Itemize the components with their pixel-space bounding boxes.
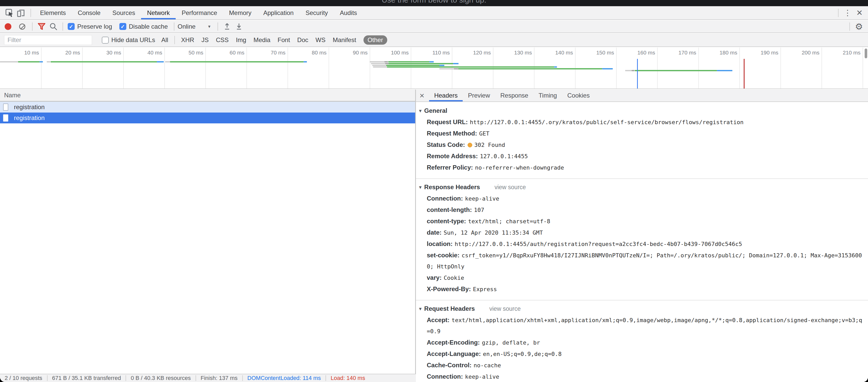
requests-column-header[interactable]: Name (0, 90, 415, 102)
waterfall-bar-waiting (370, 61, 384, 63)
header-line: content-length:107 (427, 204, 864, 215)
waterfall-bar-receive (39, 61, 43, 63)
filter-funnel-icon[interactable] (36, 21, 48, 33)
section-title: General (424, 107, 447, 114)
tab-network[interactable]: Network (141, 6, 176, 20)
section-header[interactable]: ▾Request Headersview source (419, 303, 864, 314)
tab-console[interactable]: Console (72, 6, 106, 20)
details-tab-timing[interactable]: Timing (533, 90, 562, 101)
ruler-gridline (780, 47, 781, 89)
section-header[interactable]: ▾General (419, 105, 864, 116)
waterfall-bar-receive (453, 63, 459, 64)
filter-type-ws[interactable]: WS (315, 36, 326, 44)
tab-elements[interactable]: Elements (34, 6, 72, 20)
header-line: Request Method:GET (427, 128, 864, 139)
inspect-element-icon[interactable] (4, 7, 16, 19)
tab-memory[interactable]: Memory (223, 6, 257, 20)
record-network-log-button[interactable] (5, 23, 11, 30)
status-item: 0 B / 40.3 KB resources (126, 375, 195, 381)
tab-security[interactable]: Security (300, 6, 334, 20)
hide-data-urls-checkbox[interactable] (102, 37, 109, 44)
header-name: Cache-Control: (427, 361, 471, 369)
preserve-log-checkbox[interactable]: ✓ (68, 23, 75, 30)
search-icon[interactable] (48, 21, 59, 33)
section-header[interactable]: ▾Response Headersview source (419, 181, 864, 193)
tab-audits[interactable]: Audits (334, 6, 363, 20)
filter-type-xhr[interactable]: XHR (181, 36, 194, 44)
tab-performance[interactable]: Performance (176, 6, 223, 20)
chevron-down-icon: ▼ (208, 24, 211, 29)
ruler-tick-label: 70 ms (271, 49, 287, 56)
header-line: vary:Cookie (427, 272, 864, 283)
waterfall-bar-content (170, 61, 304, 63)
filter-type-js[interactable]: JS (202, 36, 209, 44)
ruler-gridline (164, 47, 165, 89)
ruler-tick-label: 170 ms (678, 49, 698, 56)
divider (175, 36, 175, 44)
tab-application[interactable]: Application (257, 6, 300, 20)
ruler-tick-label: 190 ms (761, 49, 780, 56)
header-name: Connection: (427, 195, 463, 202)
import-har-icon[interactable] (221, 21, 233, 33)
triangle-expanded-icon: ▾ (419, 184, 422, 190)
close-devtools-icon[interactable]: ✕ (854, 7, 865, 19)
ruler-tick-label: 130 ms (514, 49, 534, 56)
kebab-menu-icon[interactable]: ⋮ (842, 7, 854, 19)
view-source-link[interactable]: view source (489, 305, 521, 312)
devtools-tabbar: ElementsConsoleSourcesNetworkPerformance… (0, 6, 868, 20)
ruler-gridline (739, 47, 740, 89)
export-har-icon[interactable] (233, 21, 245, 33)
header-name: Referrer Policy: (427, 164, 473, 171)
details-tab-headers[interactable]: Headers (429, 90, 463, 101)
settings-gear-icon[interactable]: ⚙ (853, 21, 865, 33)
clear-network-log-icon[interactable] (19, 24, 25, 30)
ruler-tick-label: 110 ms (432, 49, 452, 56)
ruler-gridline (246, 47, 247, 89)
close-details-icon[interactable]: × (416, 91, 429, 100)
header-name: Accept-Language: (427, 350, 481, 357)
view-source-link[interactable]: view source (494, 184, 526, 191)
request-row[interactable]: registration (0, 112, 415, 124)
waterfall-bar-waiting (165, 61, 170, 63)
ruler-gridline (411, 47, 411, 89)
network-overview-waterfall[interactable]: 10 ms20 ms30 ms40 ms50 ms60 ms70 ms80 ms… (0, 47, 868, 89)
header-value: keep-alive (465, 374, 499, 380)
throttling-select[interactable]: Online ▼ (178, 23, 211, 30)
headers-panel: ▾GeneralRequest URL:http://127.0.0.1:445… (416, 102, 868, 382)
waterfall-bar-waiting (625, 70, 632, 71)
header-value: no-referrer-when-downgrade (475, 165, 564, 171)
details-tab-preview[interactable]: Preview (463, 90, 495, 101)
waterfall-bar-content (18, 61, 39, 63)
ruler-tick-label: 160 ms (637, 49, 657, 56)
filter-type-img[interactable]: Img (236, 36, 246, 44)
ruler-gridline (657, 47, 658, 89)
filter-type-media[interactable]: Media (253, 36, 270, 44)
ruler-tick-label: 120 ms (473, 49, 493, 56)
ruler-tick-label: 40 ms (148, 49, 164, 56)
filter-type-css[interactable]: CSS (216, 36, 228, 44)
ruler-tick-label: 90 ms (353, 49, 370, 56)
filter-type-other[interactable]: Other (364, 35, 387, 45)
waterfall-bar-content (389, 63, 453, 64)
overview-scrollbar-thumb[interactable] (865, 48, 867, 58)
filter-type-doc[interactable]: Doc (297, 36, 308, 44)
ruler-gridline (370, 47, 370, 89)
header-line: Cache-Control:no-cache (427, 359, 864, 371)
header-value: http://127.0.0.1:4455/auth/registration?… (455, 241, 742, 247)
requests-list: registrationregistration (0, 102, 415, 124)
tab-sources[interactable]: Sources (106, 6, 141, 20)
details-tab-cookies[interactable]: Cookies (562, 90, 595, 101)
details-tab-response[interactable]: Response (495, 90, 533, 101)
header-line: Accept-Encoding:gzip, deflate, br (427, 337, 864, 348)
disable-cache-checkbox[interactable]: ✓ (119, 23, 126, 30)
header-line: Connection:keep-alive (427, 371, 864, 382)
filter-type-manifest[interactable]: Manifest (333, 36, 356, 44)
filter-type-font[interactable]: Font (278, 36, 290, 44)
device-toolbar-icon[interactable] (16, 7, 27, 19)
divider (63, 23, 63, 31)
filter-input[interactable] (4, 35, 92, 45)
request-row[interactable]: registration (0, 102, 415, 112)
triangle-expanded-icon: ▾ (419, 306, 422, 312)
status-item: 671 B / 35.1 KB transferred (48, 375, 126, 381)
filter-type-all[interactable]: All (161, 36, 168, 44)
